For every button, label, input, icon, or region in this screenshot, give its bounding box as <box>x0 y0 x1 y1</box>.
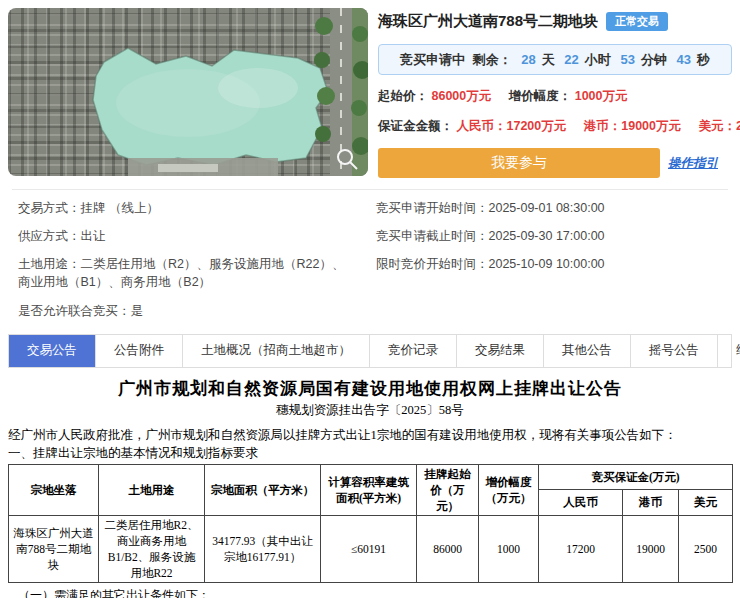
increment-label: 增价幅度： <box>509 89 572 103</box>
deposit-cny-label: 人民币： <box>456 119 506 133</box>
condition-heading: （一）需满足的其它出让条件如下： <box>8 588 732 598</box>
detail-joint-bidding: 是否允许联合竞买：是 <box>18 302 352 320</box>
detail-apply-end-time: 竞买申请截止时间：2025-09-30 17:00:00 <box>376 227 730 245</box>
deposit-usd-label: 美元： <box>698 119 736 133</box>
countdown-hours-unit: 小时 <box>585 52 611 67</box>
detail-trade-method: 交易方式：挂牌 （线上） <box>18 199 352 217</box>
deposit-row: 保证金金额： 人民币：17200万元 港币：19000万元 美元：2500万元 <box>378 118 732 135</box>
tab-lottery-notice[interactable]: 摇号公告 <box>631 335 718 367</box>
tab-land-overview[interactable]: 土地概况（招商土地超市） <box>183 335 370 367</box>
guide-link[interactable]: 操作指引 <box>668 155 718 172</box>
start-price-value: 86000万元 <box>431 89 491 103</box>
tab-result-notice[interactable]: 结果公告（公示） <box>718 335 740 367</box>
col-header-area: 宗地面积（平方米） <box>205 464 321 515</box>
countdown-stage: 竞买申请中 <box>400 52 465 67</box>
detail-supply-method: 供应方式：出让 <box>18 227 352 245</box>
countdown-seconds: 43 <box>677 52 691 67</box>
cell-start-price: 86000 <box>417 515 479 582</box>
announcement-intro: 经广州市人民政府批准，广州市规划和自然资源局以挂牌方式出让1宗地的国有建设用地使… <box>8 427 732 443</box>
col-header-far-area: 计算容积率建筑面积(平方米) <box>321 464 417 515</box>
countdown-days: 28 <box>521 52 535 67</box>
parcel-table: 宗地坐落 土地用途 宗地面积（平方米） 计算容积率建筑面积(平方米) 挂牌起始价… <box>8 464 733 583</box>
deposit-hkd-label: 港币： <box>584 119 622 133</box>
countdown-box: 竞买申请中 剩余： 28天 22小时 53分钟 43秒 <box>378 44 732 75</box>
table-row: 海珠区广州大道南788号二期地块 二类居住用地R2、商业商务用地B1/B2、服务… <box>9 515 733 582</box>
col-header-cny: 人民币 <box>539 490 623 516</box>
cell-far-area: ≤60191 <box>321 515 417 582</box>
announcement-title: 广州市规划和自然资源局国有建设用地使用权网上挂牌出让公告 <box>8 378 732 400</box>
satellite-image-graphic <box>8 8 368 176</box>
document-number: 穗规划资源挂出告字〔2025〕58号 <box>8 403 732 418</box>
col-header-increment: 增价幅度（万元） <box>479 464 539 515</box>
start-price-row: 起始价： 86000万元 增价幅度： 1000万元 <box>378 88 732 105</box>
satellite-image <box>8 8 368 176</box>
detail-bidding-start-time: 限时竞价开始时间：2025-10-09 10:00:00 <box>376 255 730 273</box>
conditions-section: （一）需满足的其它出让条件如下： 1.AH030839地块商业建筑面积不超过34… <box>8 588 732 598</box>
col-header-land-use: 土地用途 <box>99 464 205 515</box>
tab-bidding-records[interactable]: 竞价记录 <box>370 335 457 367</box>
tab-transaction-results[interactable]: 交易结果 <box>457 335 544 367</box>
col-header-hkd: 港币 <box>623 490 679 516</box>
cell-cny: 17200 <box>539 515 623 582</box>
countdown-hours: 22 <box>564 52 578 67</box>
countdown-minutes-unit: 分钟 <box>641 52 667 67</box>
status-badge: 正常交易 <box>606 12 668 31</box>
col-header-deposit: 竞买保证金(万元) <box>539 464 733 490</box>
detail-land-use: 土地用途：二类居住用地（R2）、服务设施用地（R22）、商业用地（B1）、商务用… <box>18 255 352 291</box>
detail-apply-start-time: 竞买申请开始时间：2025-09-01 08:30:00 <box>376 199 730 217</box>
cell-increment: 1000 <box>479 515 539 582</box>
countdown-minutes: 53 <box>620 52 634 67</box>
listing-title: 海珠区广州大道南788号二期地块 <box>378 12 598 31</box>
cell-area: 34177.93（其中出让宗地16177.91） <box>205 515 321 582</box>
cell-usd: 2500 <box>679 515 733 582</box>
tab-bar: 交易公告 公告附件 土地概况（招商土地超市） 竞价记录 交易结果 其他公告 摇号… <box>8 334 732 368</box>
section-heading: 一、挂牌出让宗地的基本情况和规划指标要求 <box>8 445 732 461</box>
deposit-hkd-value: 19000万元 <box>621 119 681 133</box>
countdown-seconds-unit: 秒 <box>697 52 710 67</box>
cell-location: 海珠区广州大道南788号二期地块 <box>9 515 99 582</box>
listing-details: 交易方式：挂牌 （线上） 供应方式：出让 土地用途：二类居住用地（R2）、服务设… <box>0 190 740 332</box>
listing-header: 海珠区广州大道南788号二期地块 正常交易 竞买申请中 剩余： 28天 22小时… <box>0 0 740 178</box>
deposit-label: 保证金金额： <box>378 119 453 133</box>
join-button[interactable]: 我要参与 <box>378 148 660 178</box>
deposit-usd-value: 2500万元 <box>736 119 740 133</box>
countdown-remaining-label: 剩余： <box>473 52 512 67</box>
col-header-location: 宗地坐落 <box>9 464 99 515</box>
listing-summary-panel: 海珠区广州大道南788号二期地块 正常交易 竞买申请中 剩余： 28天 22小时… <box>378 8 732 178</box>
announcement-content: 广州市规划和自然资源局国有建设用地使用权网上挂牌出让公告 穗规划资源挂出告字〔2… <box>8 378 732 598</box>
increment-value: 1000万元 <box>575 89 628 103</box>
cell-land-use: 二类居住用地R2、商业商务用地B1/B2、服务设施用地R22 <box>99 515 205 582</box>
tab-transaction-notice[interactable]: 交易公告 <box>9 335 96 367</box>
col-header-start-price: 挂牌起始价（万元） <box>417 464 479 515</box>
deposit-cny-value: 17200万元 <box>506 119 566 133</box>
cell-hkd: 19000 <box>623 515 679 582</box>
land-listing-page: 海珠区广州大道南788号二期地块 正常交易 竞买申请中 剩余： 28天 22小时… <box>0 0 740 598</box>
start-price-label: 起始价： <box>378 89 428 103</box>
tab-notice-attachments[interactable]: 公告附件 <box>96 335 183 367</box>
countdown-days-unit: 天 <box>542 52 555 67</box>
tab-other-notices[interactable]: 其他公告 <box>544 335 631 367</box>
col-header-usd: 美元 <box>679 490 733 516</box>
